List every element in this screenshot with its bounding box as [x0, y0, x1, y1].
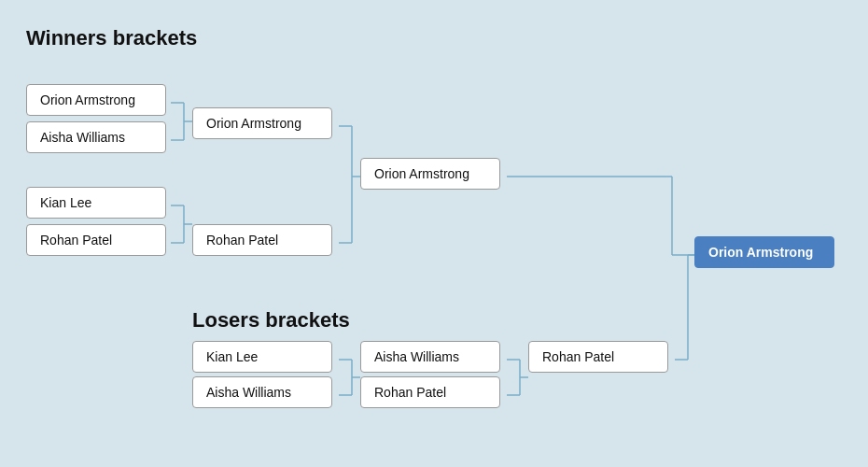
l1r1a: Kian Lee [192, 341, 332, 373]
bracket-container: Winners brackets Losers brackets Orion A… [0, 0, 868, 467]
w1r1d: Rohan Patel [26, 224, 166, 256]
w1r1b: Aisha Williams [26, 121, 166, 153]
w1r1c: Kian Lee [26, 187, 166, 219]
winners-title: Winners brackets [26, 26, 197, 50]
losers-title: Losers brackets [192, 308, 350, 333]
w1r3a: Orion Armstrong [360, 158, 500, 190]
l1r2a: Aisha Williams [360, 341, 500, 373]
l1r3a: Rohan Patel [528, 341, 668, 373]
w1r1a: Orion Armstrong [26, 84, 166, 116]
w1r2b: Rohan Patel [192, 224, 332, 256]
final-winner: Orion Armstrong [694, 236, 834, 268]
l1r2b: Rohan Patel [360, 376, 500, 408]
l1r1b: Aisha Williams [192, 376, 332, 408]
w1r2a: Orion Armstrong [192, 107, 332, 139]
